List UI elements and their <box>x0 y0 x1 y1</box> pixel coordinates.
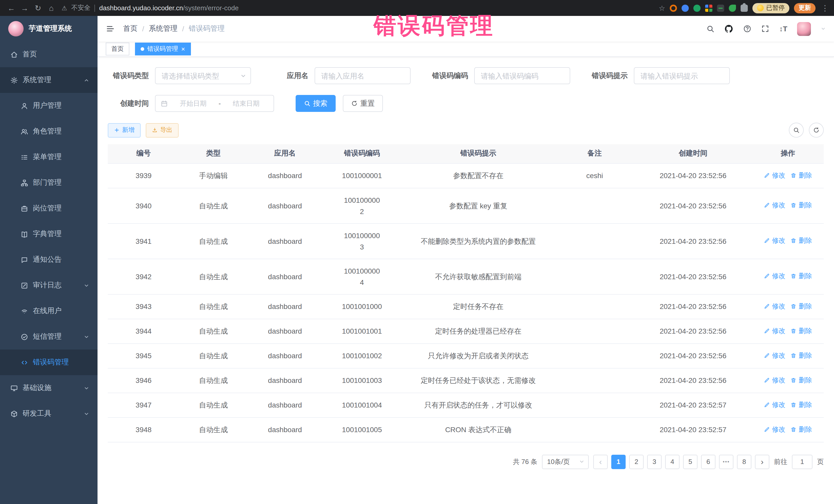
edit-link[interactable]: 修改 <box>764 374 785 386</box>
cell-id: 3940 <box>108 188 179 223</box>
extension-icon-2[interactable] <box>682 4 689 12</box>
create-time-range-picker[interactable]: 开始日期 - 结束日期 <box>155 95 274 112</box>
sidebar-item-user-management[interactable]: 用户管理 <box>0 93 97 118</box>
reset-button[interactable]: 重置 <box>343 95 383 112</box>
delete-link[interactable]: 删除 <box>790 374 812 386</box>
page-button-8[interactable]: 8 <box>737 455 751 469</box>
page-button-1[interactable]: 1 <box>611 455 626 469</box>
error-code-input[interactable] <box>474 67 570 84</box>
edit-link[interactable]: 修改 <box>764 170 785 181</box>
delete-link-label: 删除 <box>798 301 812 312</box>
edit-link[interactable]: 修改 <box>764 325 785 336</box>
refresh-table-button[interactable] <box>809 123 824 137</box>
error-type-select[interactable] <box>155 67 251 84</box>
edit-link[interactable]: 修改 <box>764 270 785 282</box>
delete-link[interactable]: 删除 <box>790 200 812 211</box>
page-button-5[interactable]: 5 <box>683 455 698 469</box>
pager-more-button[interactable]: ••• <box>719 455 733 469</box>
next-page-button[interactable]: › <box>755 455 769 469</box>
tab-close-icon[interactable]: × <box>181 46 185 52</box>
edit-link[interactable]: 修改 <box>764 235 785 246</box>
sidebar-item-online-users[interactable]: 在线用户 <box>0 298 97 324</box>
edit-link[interactable]: 修改 <box>764 424 785 435</box>
browser-forward-icon[interactable]: → <box>19 0 31 16</box>
pager-pages: ‹123456•••8› <box>593 455 769 469</box>
tab-home[interactable]: 首页 <box>106 43 129 56</box>
extension-icon-4[interactable] <box>705 4 712 12</box>
goto-page-input[interactable] <box>792 455 812 469</box>
edit-link[interactable]: 修改 <box>764 350 785 361</box>
page-button-3[interactable]: 3 <box>647 455 662 469</box>
browser-back-icon[interactable]: ← <box>5 0 18 16</box>
paused-badge[interactable]: 已暂停 <box>752 3 789 13</box>
browser-menu-icon[interactable]: ⋮ <box>821 3 829 13</box>
extension-icon-3[interactable] <box>694 4 701 12</box>
sidebar-item-dept-management[interactable]: 部门管理 <box>0 170 97 196</box>
github-icon[interactable] <box>724 24 734 34</box>
bookmark-star-icon[interactable]: ☆ <box>659 4 665 12</box>
tab-error-code[interactable]: 错误码管理× <box>135 43 191 56</box>
search-icon[interactable] <box>706 25 715 33</box>
add-button[interactable]: 新增 <box>108 123 140 137</box>
edit-link[interactable]: 修改 <box>764 399 785 410</box>
address-bar[interactable]: ⚠ 不安全 dashboard.yudao.iocoder.cn/system/… <box>62 4 239 12</box>
extension-icon-6[interactable] <box>729 4 736 12</box>
search-icon <box>793 127 799 133</box>
export-button[interactable]: 导出 <box>146 123 179 137</box>
sidebar-item-post-management[interactable]: 岗位管理 <box>0 196 97 221</box>
delete-link[interactable]: 删除 <box>790 424 812 435</box>
column-header: 应用名 <box>247 144 323 163</box>
sidebar-item-audit-log[interactable]: 审计日志 <box>0 272 97 298</box>
edit-link[interactable]: 修改 <box>764 200 785 211</box>
delete-link[interactable]: 删除 <box>790 399 812 410</box>
filter-row-1: 错误码类型 应用名 错误码编码 <box>108 67 824 84</box>
browser-reload-icon[interactable]: ↻ <box>32 0 44 16</box>
sidebar-toggle-icon[interactable] <box>106 25 115 33</box>
app-name-input[interactable] <box>314 67 411 84</box>
toggle-search-button[interactable] <box>789 123 804 137</box>
chevron-down-icon[interactable] <box>821 26 826 31</box>
error-type-input[interactable] <box>155 67 251 84</box>
help-icon[interactable] <box>743 25 752 33</box>
sidebar-item-notice[interactable]: 通知公告 <box>0 247 97 272</box>
browser-home-icon[interactable]: ⌂ <box>45 0 58 16</box>
extensions-puzzle-icon[interactable] <box>741 4 748 12</box>
page-size-select[interactable]: 10条/页 <box>542 455 589 469</box>
page-content: 错误码类型 应用名 错误码编码 <box>97 57 834 504</box>
delete-link[interactable]: 删除 <box>790 235 812 246</box>
sidebar-item-error-code-management[interactable]: 错误码管理 <box>0 350 97 375</box>
delete-link[interactable]: 删除 <box>790 270 812 282</box>
sidebar-item-menu-management[interactable]: 菜单管理 <box>0 144 97 170</box>
page-button-4[interactable]: 4 <box>665 455 680 469</box>
cell-hint: 定时任务不存在 <box>401 294 555 319</box>
table-row: 3942自动生成dashboard100100000 4不允许获取敏感配置到前端… <box>108 259 824 294</box>
font-size-icon[interactable]: ↕T <box>780 25 787 33</box>
edit-link[interactable]: 修改 <box>764 301 785 312</box>
delete-link[interactable]: 删除 <box>790 170 812 181</box>
cell-hint: 定时任务的处理器已经存在 <box>401 319 555 343</box>
prev-page-button[interactable]: ‹ <box>593 455 608 469</box>
column-header: 编号 <box>108 144 179 163</box>
sidebar-item-home[interactable]: 首页 <box>0 42 97 67</box>
sidebar-item-dev-tools[interactable]: 研发工具 <box>0 401 97 426</box>
breadcrumb-home[interactable]: 首页 <box>123 24 137 34</box>
user-avatar[interactable] <box>797 22 811 36</box>
sidebar-item-infrastructure[interactable]: 基础设施 <box>0 375 97 401</box>
sidebar-item-sms-management[interactable]: 短信管理 <box>0 324 97 350</box>
sidebar-item-role-management[interactable]: 角色管理 <box>0 118 97 144</box>
delete-link[interactable]: 删除 <box>790 350 812 361</box>
sidebar-item-dict-management[interactable]: 字典管理 <box>0 221 97 247</box>
sidebar-item-system-management[interactable]: 系统管理 <box>0 67 97 93</box>
page-button-6[interactable]: 6 <box>701 455 716 469</box>
extension-icon-5[interactable] <box>717 4 724 12</box>
error-hint-input[interactable] <box>634 67 730 84</box>
breadcrumb-system[interactable]: 系统管理 <box>149 24 178 34</box>
update-button[interactable]: 更新 <box>794 3 815 13</box>
delete-link[interactable]: 删除 <box>790 325 812 336</box>
extension-icon-1[interactable] <box>670 4 677 12</box>
chevron-down-icon <box>84 385 89 391</box>
delete-link[interactable]: 删除 <box>790 301 812 312</box>
fullscreen-icon[interactable] <box>761 25 770 33</box>
page-button-2[interactable]: 2 <box>629 455 643 469</box>
search-button[interactable]: 搜索 <box>295 95 336 112</box>
